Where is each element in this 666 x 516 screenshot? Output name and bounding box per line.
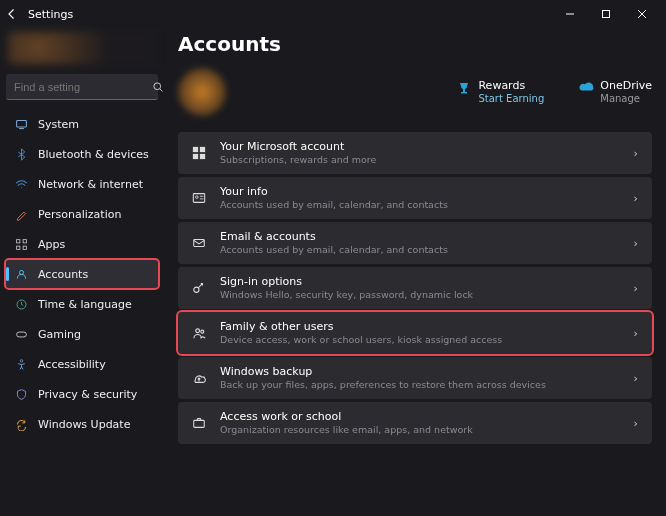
search-input[interactable]	[14, 81, 152, 93]
settings-cards: Your Microsoft account Subscriptions, re…	[178, 132, 652, 444]
card-family-other-users[interactable]: Family & other users Device access, work…	[178, 312, 652, 354]
sidebar-item-network[interactable]: Network & internet	[6, 170, 158, 198]
card-desc: Organization resources like email, apps,…	[220, 424, 622, 436]
sidebar-item-label: System	[38, 118, 79, 131]
close-button[interactable]	[624, 0, 660, 28]
sidebar-item-accessibility[interactable]: Accessibility	[6, 350, 158, 378]
svg-rect-24	[194, 240, 205, 247]
sidebar-item-label: Personalization	[38, 208, 121, 221]
page-title: Accounts	[178, 32, 652, 56]
card-desc: Device access, work or school users, kio…	[220, 334, 622, 346]
card-your-info[interactable]: Your info Accounts used by email, calend…	[178, 177, 652, 219]
titlebar: Settings	[0, 0, 666, 28]
svg-rect-19	[200, 154, 205, 159]
sidebar-item-bluetooth[interactable]: Bluetooth & devices	[6, 140, 158, 168]
svg-point-26	[195, 328, 199, 332]
rewards-tile[interactable]: Rewards Start Earning	[456, 79, 544, 104]
svg-point-10	[19, 270, 23, 274]
family-icon	[190, 326, 208, 341]
sidebar-item-privacy[interactable]: Privacy & security	[6, 380, 158, 408]
avatar[interactable]	[178, 68, 226, 116]
main-content: Accounts Rewards Start Earning OneDrive	[164, 28, 666, 516]
chevron-right-icon: ›	[634, 372, 638, 385]
user-header: Rewards Start Earning OneDrive Manage	[178, 68, 652, 116]
rewards-sub: Start Earning	[478, 93, 544, 105]
chevron-right-icon: ›	[634, 327, 638, 340]
onedrive-icon	[576, 80, 594, 94]
card-title: Sign-in options	[220, 275, 622, 289]
onedrive-sub: Manage	[600, 93, 652, 105]
sidebar-item-accounts[interactable]: Accounts	[6, 260, 158, 288]
svg-rect-28	[194, 420, 205, 427]
sidebar-item-gaming[interactable]: Gaming	[6, 320, 158, 348]
sidebar-item-label: Time & language	[38, 298, 132, 311]
sidebar-nav: System Bluetooth & devices Network & int…	[6, 110, 158, 438]
sidebar-item-label: Accessibility	[38, 358, 106, 371]
sidebar-item-time[interactable]: Time & language	[6, 290, 158, 318]
card-signin-options[interactable]: Sign-in options Windows Hello, security …	[178, 267, 652, 309]
bluetooth-icon	[14, 148, 28, 161]
svg-rect-12	[16, 332, 26, 337]
card-desc: Accounts used by email, calendar, and co…	[220, 199, 622, 211]
sidebar-item-label: Windows Update	[38, 418, 130, 431]
update-icon	[14, 418, 28, 431]
svg-rect-4	[16, 120, 26, 127]
svg-rect-1	[603, 11, 610, 18]
maximize-button[interactable]	[588, 0, 624, 28]
key-icon	[190, 281, 208, 295]
search-icon	[152, 81, 164, 93]
network-icon	[14, 178, 28, 191]
backup-icon	[190, 371, 208, 385]
sidebar-item-personalization[interactable]: Personalization	[6, 200, 158, 228]
sidebar-item-apps[interactable]: Apps	[6, 230, 158, 258]
minimize-button[interactable]	[552, 0, 588, 28]
rewards-title: Rewards	[478, 79, 544, 92]
chevron-right-icon: ›	[634, 147, 638, 160]
sidebar-item-label: Apps	[38, 238, 65, 251]
window-title: Settings	[28, 8, 73, 21]
chevron-right-icon: ›	[634, 192, 638, 205]
back-button[interactable]	[6, 8, 22, 20]
sidebar-item-label: Privacy & security	[38, 388, 137, 401]
svg-rect-17	[200, 147, 205, 152]
card-desc: Windows Hello, security key, password, d…	[220, 289, 622, 301]
microsoft-icon	[190, 146, 208, 160]
briefcase-icon	[190, 416, 208, 430]
svg-rect-18	[193, 154, 198, 159]
sidebar-item-label: Accounts	[38, 268, 88, 281]
svg-rect-8	[16, 246, 19, 249]
svg-rect-9	[23, 246, 26, 249]
chevron-right-icon: ›	[634, 282, 638, 295]
chevron-right-icon: ›	[634, 417, 638, 430]
svg-point-2	[154, 82, 161, 89]
sidebar-item-label: Gaming	[38, 328, 81, 341]
card-title: Family & other users	[220, 320, 622, 334]
svg-rect-14	[463, 88, 465, 92]
card-microsoft-account[interactable]: Your Microsoft account Subscriptions, re…	[178, 132, 652, 174]
rewards-icon	[456, 80, 472, 96]
sidebar-item-label: Network & internet	[38, 178, 143, 191]
search-box[interactable]	[6, 74, 158, 100]
id-card-icon	[190, 191, 208, 205]
onedrive-tile[interactable]: OneDrive Manage	[576, 79, 652, 104]
svg-point-27	[200, 330, 203, 333]
card-email-accounts[interactable]: Email & accounts Accounts used by email,…	[178, 222, 652, 264]
sidebar-item-update[interactable]: Windows Update	[6, 410, 158, 438]
card-title: Your Microsoft account	[220, 140, 622, 154]
profile-preview[interactable]	[8, 32, 156, 64]
onedrive-title: OneDrive	[600, 79, 652, 92]
sidebar-item-system[interactable]: System	[6, 110, 158, 138]
svg-rect-15	[461, 92, 467, 94]
card-desc: Back up your files, apps, preferences to…	[220, 379, 622, 391]
card-title: Windows backup	[220, 365, 622, 379]
email-icon	[190, 236, 208, 250]
svg-rect-20	[193, 194, 204, 203]
svg-rect-16	[193, 147, 198, 152]
card-access-work-school[interactable]: Access work or school Organization resou…	[178, 402, 652, 444]
system-icon	[14, 118, 28, 131]
svg-line-3	[160, 88, 163, 91]
card-title: Your info	[220, 185, 622, 199]
chevron-right-icon: ›	[634, 237, 638, 250]
svg-point-13	[20, 359, 22, 361]
card-windows-backup[interactable]: Windows backup Back up your files, apps,…	[178, 357, 652, 399]
